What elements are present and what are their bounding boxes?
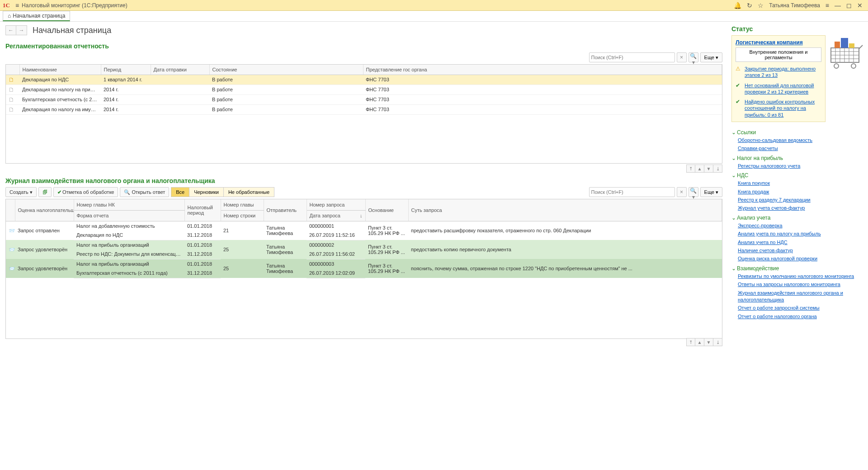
sidebar-link[interactable]: Журнал взаимодействия налогового органа … (738, 290, 864, 304)
jcol-eval[interactable]: Оценка налогоплательщика (15, 199, 74, 221)
status-box: Логистическая компания Внутренние положе… (731, 35, 826, 122)
sidebar-link[interactable]: Реквизиты по умолчанию налогового монито… (738, 273, 864, 280)
journal-row[interactable]: 📨 Запрос отправлен Налог на добавленную … (6, 221, 722, 230)
sidebar-link[interactable]: Реестр к разделу 7 декларации (738, 197, 864, 203)
journal-search-input[interactable] (589, 187, 675, 197)
col-state[interactable]: Состояние (209, 65, 363, 75)
group-title[interactable]: ⌄Анализ учета (731, 215, 864, 221)
reports-search-input[interactable] (589, 52, 675, 62)
table-row[interactable]: 🗋 Декларация по НДС 1 квартал 2014 г. В … (6, 75, 722, 85)
jcol-form[interactable]: Форма отчета (74, 210, 184, 221)
svg-rect-10 (841, 38, 848, 48)
sidebar-link[interactable]: Анализ учета по налогу на прибыль (738, 230, 864, 237)
ok-icon: ✔ (736, 82, 742, 89)
bell-icon[interactable]: 🔔 (731, 2, 744, 9)
jcol-period[interactable]: Налоговый период (184, 199, 221, 221)
cell-state: В работе (209, 75, 363, 85)
sidebar-link[interactable]: Наличие счетов-фактур (738, 247, 864, 254)
grid-nav-down[interactable]: ▼ (704, 164, 713, 173)
status-link[interactable]: Нет оснований для налоговой проверки 2 и… (745, 82, 821, 95)
group-title[interactable]: ⌄НДС (731, 172, 864, 179)
journal-more-button[interactable]: Еще ▾ (700, 187, 722, 197)
sidebar-link[interactable]: Отчет о работе запросной системы (738, 305, 864, 311)
reports-grid[interactable]: Наименование Период Дата отправки Состоя… (5, 64, 722, 164)
restore-icon[interactable]: ◻ (844, 2, 854, 9)
sidebar-link[interactable]: Книга покупок (738, 180, 864, 187)
col-sent[interactable]: Дата отправки (151, 65, 209, 75)
close-icon[interactable]: ✕ (854, 2, 865, 9)
jcol-num[interactable]: Номер запроса (307, 199, 365, 210)
jgrid-nav-last[interactable]: ⤓ (713, 338, 722, 346)
settings-icon[interactable]: ≡ (823, 2, 832, 9)
sidebar-link[interactable]: Экспресс-проверка (738, 222, 864, 229)
journal-grid[interactable]: Оценка налогоплательщика Номер главы НК … (5, 199, 722, 339)
filter-new[interactable]: Не обработанные (224, 187, 274, 197)
journal-search-clear[interactable]: × (677, 187, 687, 197)
jcol-base[interactable]: Основание (365, 199, 408, 221)
regulations-button[interactable]: Внутренние положения и регламенты (736, 47, 821, 62)
sidebar-link[interactable]: Ответы на запросы налогового мониторинга (738, 281, 864, 288)
status-link[interactable]: Найдено ошибок контрольных соотношений п… (745, 99, 821, 118)
cell-period: 2014 г. (101, 85, 151, 94)
jcol-line[interactable]: Номер строки (221, 210, 264, 221)
group-title[interactable]: ⌄Взаимодействие (731, 265, 864, 272)
status-link[interactable]: Закрытие периода: выполнено этапов 2 из … (745, 66, 821, 79)
jgrid-nav-first[interactable]: ⤒ (686, 338, 695, 346)
filter-all[interactable]: Все (171, 187, 189, 197)
nav-forward[interactable]: → (16, 25, 27, 35)
filter-draft[interactable]: Черновики (189, 187, 224, 197)
cell-sent (151, 75, 209, 85)
sidebar-link[interactable]: Регистры налогового учета (738, 163, 864, 169)
col-rep[interactable]: Представление гос органа (363, 65, 722, 75)
open-answer-button[interactable]: 🔍 Открыть ответ (120, 187, 169, 197)
company-link[interactable]: Логистическая компания (736, 39, 821, 46)
copy-button[interactable]: 🗐 (38, 187, 52, 197)
journal-row[interactable]: 📨 Запрос удовлетворён Налог на прибыль о… (6, 240, 722, 249)
jcol-sender[interactable]: Отправитель (264, 199, 307, 221)
grid-nav-last[interactable]: ⤓ (713, 164, 722, 173)
cell-sent (151, 94, 209, 104)
grid-nav-up[interactable]: ▲ (695, 164, 704, 173)
user-name[interactable]: Татьяна Тимофеева (769, 2, 820, 9)
cell-nk: Налог на прибыль организаций (74, 259, 184, 268)
jcol-date[interactable]: Дата запроса ↓ (307, 210, 365, 221)
grid-nav-first[interactable]: ⤒ (686, 164, 695, 173)
jgrid-nav-down[interactable]: ▼ (704, 338, 713, 346)
minimize-icon[interactable]: — (832, 2, 844, 9)
cell-p1: 01.01.2018 (184, 221, 221, 230)
sidebar-link[interactable]: Оценка риска налоговой проверки (738, 255, 864, 262)
group-title[interactable]: ⌄Ссылки (731, 129, 864, 136)
reports-search-go[interactable]: 🔍▾ (689, 52, 698, 62)
cell-eval: Запрос отправлен (15, 221, 74, 240)
sidebar-link[interactable]: Анализ учета по НДС (738, 239, 864, 246)
reports-search-clear[interactable]: × (677, 52, 687, 62)
doc-icon: 🗋 (9, 96, 14, 103)
history-icon[interactable]: ↻ (744, 2, 755, 9)
create-button[interactable]: Создать ▾ (5, 187, 37, 197)
journal-row[interactable]: 📨 Запрос удовлетворён Налог на прибыль о… (6, 259, 722, 268)
sidebar-link[interactable]: Журнал учета счетов-фактур (738, 205, 864, 212)
journal-search-go[interactable]: 🔍▾ (689, 187, 698, 197)
favorite-icon[interactable]: ☆ (755, 2, 766, 9)
ok-icon: ✔ (736, 99, 742, 105)
col-name[interactable]: Наименование (19, 65, 101, 75)
main-menu-icon[interactable]: ≡ (13, 2, 22, 9)
sidebar-link[interactable]: Книга продаж (738, 188, 864, 195)
jcol-subj[interactable]: Суть запроса (408, 199, 722, 221)
jgrid-nav-up[interactable]: ▲ (695, 338, 704, 346)
sidebar-link[interactable]: Справки-расчеты (738, 145, 864, 152)
sidebar-group: ⌄СсылкиОборотно-сальдовая ведомостьСправ… (731, 129, 864, 152)
sidebar-link[interactable]: Оборотно-сальдовая ведомость (738, 137, 864, 144)
sidebar-link[interactable]: Отчет о работе налогового органа (738, 313, 864, 320)
tab-home[interactable]: ⌂ Начальная страница (3, 11, 70, 21)
jcol-gl[interactable]: Номер главы (221, 199, 264, 210)
jcol-nk[interactable]: Номер главы НК (74, 199, 184, 210)
table-row[interactable]: 🗋 Бухгалтерская отчетность (с 201... 201… (6, 94, 722, 104)
table-row[interactable]: 🗋 Декларация по налогу на имуще... 2014 … (6, 104, 722, 114)
group-title[interactable]: ⌄Налог на прибыль (731, 155, 864, 161)
nav-back[interactable]: ← (5, 25, 16, 35)
mark-button[interactable]: ✔Отметка об обработке (53, 187, 118, 197)
table-row[interactable]: 🗋 Декларация по налогу на прибыль 2014 г… (6, 85, 722, 94)
reports-more-button[interactable]: Еще ▾ (700, 52, 722, 62)
col-period[interactable]: Период (101, 65, 151, 75)
